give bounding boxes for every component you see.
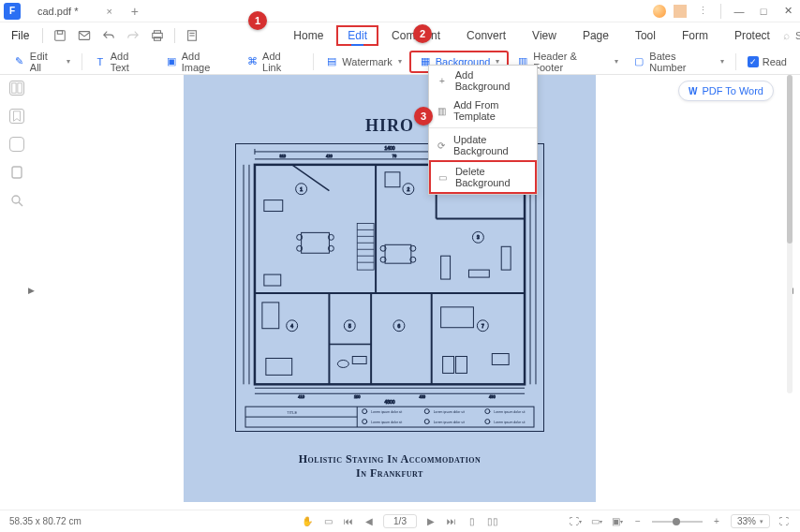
link-icon: ⌘	[245, 55, 259, 68]
zoom-percent[interactable]: 33%▾	[731, 514, 770, 528]
svg-line-44	[292, 165, 330, 191]
close-icon[interactable]: ×	[106, 6, 111, 17]
watermark-label: Watermark	[342, 56, 392, 67]
hand-tool-icon[interactable]: ✋	[301, 515, 314, 528]
notification-icon[interactable]	[674, 5, 687, 18]
select-tool-icon[interactable]: ▭	[321, 515, 334, 528]
svg-line-13	[19, 202, 22, 206]
pdf-to-word-label: PDF To Word	[702, 85, 763, 96]
watermark-button[interactable]: ▤ Watermark ▾	[318, 52, 408, 71]
svg-text:410: 410	[298, 394, 304, 399]
menu-form[interactable]: Form	[669, 25, 721, 46]
tab-title: cad.pdf *	[37, 6, 78, 17]
svg-rect-90	[352, 357, 366, 364]
pdf-to-word-button[interactable]: W PDF To Word	[678, 81, 774, 101]
svg-text:1400: 1400	[384, 146, 394, 151]
menu-convert[interactable]: Convert	[453, 25, 519, 46]
zoom-slider[interactable]	[652, 521, 703, 523]
add-link-label: Add Link	[262, 51, 302, 73]
mail-icon[interactable]	[75, 26, 94, 45]
svg-text:1: 1	[300, 187, 303, 192]
fullscreen-icon[interactable]: ⛶	[778, 515, 791, 528]
delete-icon: ▭	[438, 171, 448, 183]
menu-tool[interactable]: Tool	[622, 25, 669, 46]
callout-1: 1	[248, 11, 267, 30]
undo-icon[interactable]	[99, 26, 118, 45]
svg-text:Lorem ipsum dolor sit: Lorem ipsum dolor sit	[494, 421, 525, 424]
first-page-button[interactable]: ⏮	[342, 515, 355, 528]
zoom-in-button[interactable]: +	[710, 515, 723, 528]
save-icon[interactable]	[51, 26, 69, 45]
svg-text:310: 310	[279, 154, 286, 158]
maximize-button[interactable]: □	[755, 3, 772, 20]
more-icon[interactable]: ⋮	[694, 3, 711, 20]
read-mode-icon[interactable]: ▣▾	[611, 515, 624, 528]
print-icon[interactable]	[148, 26, 167, 45]
search-icon: ⌕	[783, 29, 790, 42]
dd-add-tpl-label: Add From Template	[453, 99, 529, 122]
chevron-down-icon: ▾	[398, 57, 402, 66]
svg-rect-35	[255, 165, 525, 384]
svg-rect-0	[55, 31, 66, 41]
thumbnails-icon[interactable]	[9, 81, 24, 96]
menu-page[interactable]: Page	[570, 25, 622, 46]
svg-rect-1	[58, 31, 63, 35]
expand-left-panel[interactable]: ▶	[28, 281, 37, 300]
form-icon[interactable]	[183, 26, 201, 45]
minimize-button[interactable]: —	[731, 3, 748, 20]
document-tab[interactable]: cad.pdf * ×	[28, 0, 122, 22]
svg-text:2: 2	[407, 187, 409, 192]
dd-update-bg-label: Update Background	[453, 134, 529, 156]
menu-view[interactable]: View	[519, 25, 570, 46]
svg-rect-59	[264, 200, 283, 212]
menu-home[interactable]: Home	[280, 25, 336, 46]
document-subheading-1: Holistic Staying In Accommodation	[184, 452, 596, 466]
add-image-button[interactable]: ▣ Add Image	[157, 48, 238, 76]
background-dropdown: + Add Background ▥ Add From Template ⟳ U…	[428, 65, 538, 195]
comment-icon[interactable]	[9, 137, 24, 152]
single-page-icon[interactable]: ▯	[466, 515, 479, 528]
last-page-button[interactable]: ⏭	[445, 515, 458, 528]
fit-width-icon[interactable]: ⛶▾	[570, 515, 583, 528]
add-background-item[interactable]: + Add Background	[429, 66, 537, 96]
svg-rect-2	[80, 32, 90, 40]
svg-point-12	[12, 196, 20, 203]
svg-text:3: 3	[489, 410, 491, 413]
prev-page-button[interactable]: ◀	[363, 515, 376, 528]
read-toggle[interactable]: ✓ Read	[740, 53, 794, 70]
update-background-item[interactable]: ⟳ Update Background	[429, 130, 537, 160]
redo-icon[interactable]	[124, 26, 142, 45]
add-from-template-item[interactable]: ▥ Add From Template	[429, 96, 537, 126]
search-input[interactable]	[795, 30, 800, 41]
checkbox-icon: ✓	[748, 56, 759, 67]
bookmark-icon[interactable]	[9, 109, 24, 124]
svg-text:490: 490	[489, 394, 496, 399]
next-page-button[interactable]: ▶	[424, 515, 437, 528]
two-page-icon[interactable]: ▯▯	[486, 515, 499, 528]
menu-edit[interactable]: Edit	[336, 25, 378, 46]
callout-3: 3	[414, 107, 433, 126]
add-text-button[interactable]: T Add Text	[86, 48, 157, 76]
search-panel-icon[interactable]	[9, 193, 24, 208]
text-icon: T	[94, 55, 107, 68]
edit-all-button[interactable]: ✎ Edit All ▾	[6, 48, 78, 76]
template-icon: ▥	[437, 105, 446, 116]
svg-rect-77	[266, 359, 292, 376]
bates-number-button[interactable]: ▢ Bates Number ▾	[626, 48, 732, 76]
upgrade-icon[interactable]	[653, 5, 666, 18]
attachment-icon[interactable]	[9, 165, 24, 180]
svg-rect-78	[441, 307, 474, 328]
view-mode-icon[interactable]: ▭▾	[590, 515, 603, 528]
svg-text:Lorem ipsum dolor sit: Lorem ipsum dolor sit	[434, 421, 465, 424]
delete-background-item[interactable]: ▭ Delete Background	[429, 160, 537, 194]
vertical-scrollbar[interactable]	[787, 75, 793, 393]
add-text-label: Add Text	[111, 51, 150, 73]
zoom-out-button[interactable]: −	[631, 515, 644, 528]
add-link-button[interactable]: ⌘ Add Link	[238, 48, 309, 76]
svg-text:400: 400	[419, 394, 425, 399]
close-button[interactable]: ✕	[779, 3, 796, 20]
file-menu[interactable]: File	[6, 27, 35, 44]
menu-protect[interactable]: Protect	[721, 25, 783, 46]
page-number-field[interactable]: 1/3	[383, 514, 417, 528]
add-tab-button[interactable]: +	[131, 4, 139, 19]
